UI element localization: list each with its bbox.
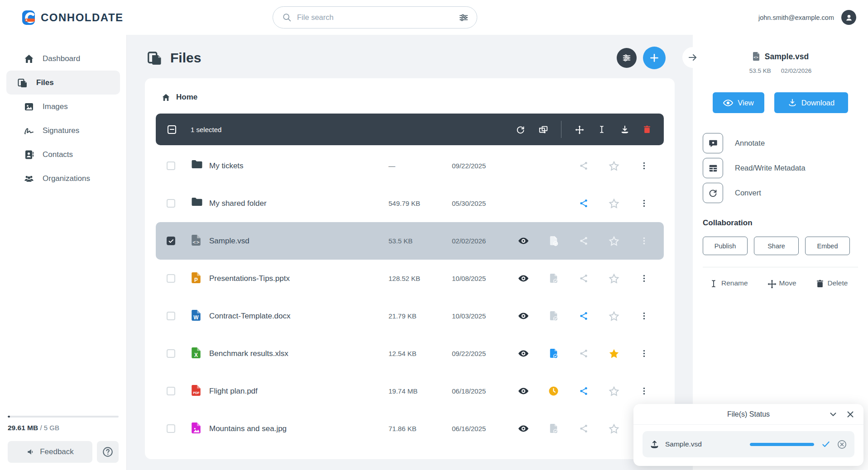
row-menu-icon[interactable] <box>638 311 649 322</box>
file-status-icon[interactable] <box>548 348 559 359</box>
file-status-icon[interactable] <box>548 236 559 247</box>
move-button[interactable]: Move <box>767 279 796 287</box>
toolbar-download-icon[interactable] <box>620 125 629 134</box>
row-checkbox[interactable] <box>167 274 175 283</box>
share-icon[interactable] <box>578 273 589 284</box>
row-checkbox[interactable] <box>167 199 175 208</box>
embed-button[interactable]: Embed <box>805 237 850 255</box>
row-checkbox[interactable] <box>167 424 175 433</box>
star-icon[interactable] <box>609 311 619 322</box>
sidebar-item-files[interactable]: Files <box>6 71 120 95</box>
preview-eye-icon[interactable] <box>518 423 529 434</box>
popup-collapse-icon[interactable] <box>828 409 838 419</box>
select-all-checkbox[interactable] <box>168 125 176 134</box>
sidebar-item-signatures[interactable]: Signatures <box>6 119 120 142</box>
search-filter-icon[interactable] <box>459 13 469 23</box>
rename-button[interactable]: Rename <box>709 279 748 287</box>
preview-eye-icon[interactable] <box>518 161 529 171</box>
share-icon[interactable] <box>578 423 589 434</box>
collaboration-heading: Collaboration <box>703 218 868 228</box>
preview-eye-icon[interactable] <box>518 236 529 247</box>
star-icon[interactable] <box>609 348 619 359</box>
toolbar-rename-icon[interactable] <box>597 125 607 134</box>
file-row[interactable]: Mountains and sea.jpg71.86 KB06/16/2025 <box>156 410 664 447</box>
file-row[interactable]: My shared folder549.79 KB05/30/2025 <box>156 185 664 222</box>
star-icon[interactable] <box>609 236 619 247</box>
sidebar-item-dashboard[interactable]: Dashboard <box>6 47 120 71</box>
file-row[interactable]: <>Sample.vsd53.5 KB02/02/2026 <box>156 222 664 260</box>
file-search-bar[interactable] <box>273 6 477 28</box>
file-row[interactable]: XBenchmark results.xlsx12.54 KB09/22/202… <box>156 335 664 372</box>
file-status-icon[interactable] <box>548 311 559 322</box>
upload-cancel-icon[interactable] <box>837 439 847 450</box>
preview-eye-icon[interactable] <box>518 348 529 359</box>
star-icon[interactable] <box>609 423 619 434</box>
sidebar-item-contacts[interactable]: Contacts <box>6 142 120 166</box>
read-write-metadata-action[interactable]: Read/Write Metadata <box>703 158 868 178</box>
star-icon[interactable] <box>609 273 619 284</box>
share-icon[interactable] <box>578 161 589 171</box>
file-row[interactable]: My tickets—09/22/2025 <box>156 147 664 185</box>
search-input[interactable] <box>297 13 459 22</box>
share-icon[interactable] <box>578 198 589 209</box>
file-status-icon[interactable] <box>548 273 559 284</box>
share-icon[interactable] <box>578 311 589 322</box>
row-menu-icon[interactable] <box>638 386 649 397</box>
star-icon[interactable] <box>609 198 619 209</box>
preview-eye-icon[interactable] <box>518 198 529 209</box>
row-checkbox[interactable] <box>167 312 175 320</box>
annotate-action[interactable]: Annotate <box>703 133 868 153</box>
sidebar-item-label: Contacts <box>43 150 73 159</box>
publish-button[interactable]: Publish <box>703 237 748 255</box>
page-title: Files <box>147 50 201 66</box>
file-status-icon[interactable] <box>548 161 559 171</box>
row-menu-icon[interactable] <box>638 198 649 209</box>
add-file-button[interactable] <box>643 47 666 69</box>
row-checkbox[interactable] <box>167 161 175 170</box>
popup-close-icon[interactable] <box>845 409 855 419</box>
file-status-icon[interactable] <box>548 198 559 209</box>
contacts-icon <box>24 149 34 160</box>
file-status-icon[interactable] <box>548 386 559 397</box>
toolbar-refresh-icon[interactable] <box>516 125 525 134</box>
preview-eye-icon[interactable] <box>518 311 529 322</box>
main-area: Files Home 1 s <box>127 35 693 470</box>
upload-progress-bar <box>750 443 814 446</box>
file-row[interactable]: WContract-Template.docx21.79 KB10/03/202… <box>156 297 664 335</box>
row-checkbox[interactable] <box>167 237 175 245</box>
preview-eye-icon[interactable] <box>518 273 529 284</box>
row-menu-icon[interactable] <box>638 236 649 247</box>
star-icon[interactable] <box>609 161 619 171</box>
sidebar-item-images[interactable]: Images <box>6 95 120 119</box>
trash-icon <box>815 279 824 287</box>
convert-action[interactable]: Convert <box>703 183 868 203</box>
row-menu-icon[interactable] <box>638 161 649 171</box>
breadcrumb[interactable]: Home <box>156 90 664 104</box>
star-icon[interactable] <box>609 386 619 397</box>
view-button[interactable]: View <box>713 92 764 113</box>
toolbar-trash-icon[interactable] <box>643 125 652 134</box>
toolbar-move-icon[interactable] <box>575 125 584 134</box>
help-button[interactable] <box>97 441 119 463</box>
preview-eye-icon[interactable] <box>518 386 529 397</box>
file-status-icon[interactable] <box>548 423 559 434</box>
share-icon[interactable] <box>578 236 589 247</box>
share-button[interactable]: Share <box>754 237 799 255</box>
share-icon[interactable] <box>578 348 589 359</box>
list-filter-button[interactable] <box>617 48 637 68</box>
row-checkbox[interactable] <box>167 349 175 358</box>
footer-action-label: Rename <box>721 279 748 287</box>
file-row[interactable]: PPresentations-Tips.pptx128.52 KB10/08/2… <box>156 260 664 297</box>
toolbar-combine-icon[interactable] <box>538 125 548 134</box>
sidebar-item-organizations[interactable]: Organizations <box>6 166 120 190</box>
row-menu-icon[interactable] <box>638 273 649 284</box>
row-menu-icon[interactable] <box>638 348 649 359</box>
delete-button[interactable]: Delete <box>815 279 848 287</box>
share-icon[interactable] <box>578 386 589 397</box>
feedback-button[interactable]: Feedback <box>8 441 92 463</box>
file-row[interactable]: PDFFlight plan.pdf19.74 MB06/18/2025 <box>156 372 664 410</box>
row-checkbox[interactable] <box>167 387 175 395</box>
download-button[interactable]: Download <box>774 92 848 113</box>
collapse-panel-button[interactable] <box>682 47 703 68</box>
user-avatar[interactable] <box>841 10 856 25</box>
